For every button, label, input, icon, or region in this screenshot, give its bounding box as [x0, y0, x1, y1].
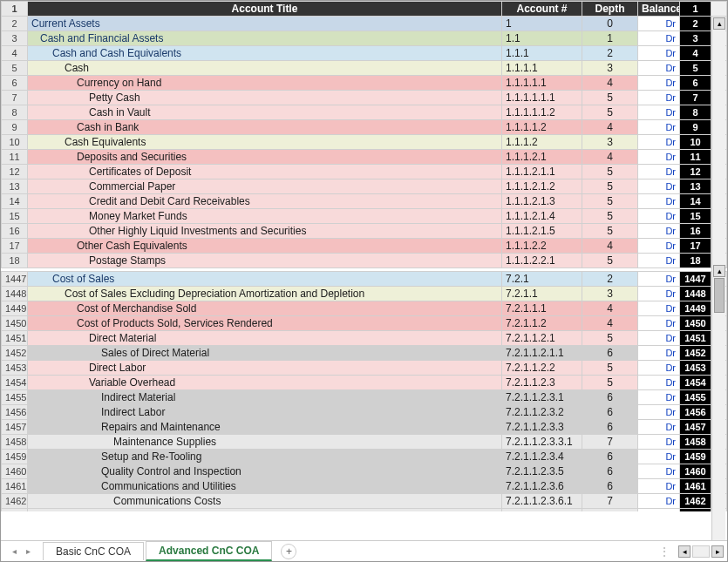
- cell-title[interactable]: Petty Cash: [28, 91, 502, 105]
- row-number[interactable]: 16: [2, 224, 28, 239]
- cell-balance[interactable]: Dr: [638, 46, 680, 61]
- cell-title[interactable]: Indirect Material: [28, 390, 502, 405]
- table-row[interactable]: 2Current Assets10Dr2: [2, 17, 727, 31]
- row-number[interactable]: 14: [2, 194, 28, 209]
- cell-depth[interactable]: 5: [582, 254, 638, 268]
- cell-title[interactable]: Money Market Funds: [28, 209, 502, 224]
- col-header-account[interactable]: Account #: [502, 2, 582, 17]
- cell-balance[interactable]: Dr: [638, 450, 680, 464]
- cell-balance[interactable]: Dr: [638, 105, 680, 120]
- col-header-title[interactable]: Account Title: [28, 2, 502, 17]
- cell-title[interactable]: Other Cash Equivalents: [28, 239, 502, 254]
- row-number[interactable]: 8: [2, 105, 28, 120]
- cell-depth[interactable]: 4: [582, 150, 638, 165]
- cell-account[interactable]: 7.2.1.1.2.3.3: [502, 420, 582, 435]
- cell-title[interactable]: Indirect Labor: [28, 405, 502, 420]
- cell-title[interactable]: Certificates of Deposit: [28, 165, 502, 179]
- row-number[interactable]: 1453: [2, 361, 28, 376]
- cell-account[interactable]: 1.1.1.1: [502, 61, 582, 76]
- add-sheet-button[interactable]: +: [281, 544, 296, 559]
- scroll-up-icon[interactable]: ▴: [713, 17, 725, 30]
- tab-basic[interactable]: Basic CnC COA: [43, 542, 144, 560]
- cell-title[interactable]: Maintenance Supplies: [28, 435, 502, 450]
- cell-depth[interactable]: 7: [582, 494, 638, 509]
- cell-balance[interactable]: Dr: [638, 272, 680, 287]
- cell-title[interactable]: Cost of Sales Excluding Depreciation Amo…: [28, 287, 502, 301]
- row-number[interactable]: 9: [2, 120, 28, 135]
- cell-depth[interactable]: 6: [582, 346, 638, 361]
- row-number[interactable]: 1448: [2, 287, 28, 301]
- cell-title[interactable]: Direct Material: [28, 331, 502, 346]
- cell-account[interactable]: 1.1: [502, 31, 582, 46]
- table-row[interactable]: 1447Cost of Sales7.2.12Dr1447: [2, 272, 727, 287]
- cell-balance[interactable]: Dr: [638, 331, 680, 346]
- table-row[interactable]: 4Cash and Cash Equivalents1.1.12Dr4: [2, 46, 727, 61]
- cell-depth[interactable]: 4: [582, 301, 638, 316]
- cell-balance[interactable]: Dr: [638, 287, 680, 301]
- row-number[interactable]: 7: [2, 91, 28, 105]
- cell-title[interactable]: Cash and Cash Equivalents: [28, 46, 502, 61]
- cell-depth[interactable]: 3: [582, 135, 638, 150]
- cell-depth[interactable]: 4: [582, 120, 638, 135]
- table-row[interactable]: 1451Direct Material7.2.1.1.2.15Dr1451: [2, 331, 727, 346]
- cell-depth[interactable]: 5: [582, 209, 638, 224]
- table-row[interactable]: 1457Repairs and Maintenance7.2.1.1.2.3.3…: [2, 420, 727, 435]
- cell-depth[interactable]: 5: [582, 361, 638, 376]
- cell-account[interactable]: 1.1.1.2: [502, 135, 582, 150]
- cell-account[interactable]: 1.1.1.1.1.2: [502, 105, 582, 120]
- cell-balance[interactable]: Dr: [638, 390, 680, 405]
- cell-title[interactable]: Postage Stamps: [28, 254, 502, 268]
- cell-title[interactable]: Other Highly Liquid Investments and Secu…: [28, 224, 502, 239]
- cell-account[interactable]: 7.2.1.1.2: [502, 316, 582, 331]
- row-number[interactable]: 1451: [2, 331, 28, 346]
- cell-title[interactable]: Variable Overhead: [28, 376, 502, 390]
- cell-depth[interactable]: 5: [582, 194, 638, 209]
- table-row[interactable]: 1461Communications and Utilities7.2.1.1.…: [2, 479, 727, 494]
- cell-balance[interactable]: Dr: [638, 209, 680, 224]
- table-row[interactable]: 1453Direct Labor7.2.1.1.2.25Dr1453: [2, 361, 727, 376]
- row-number[interactable]: 1459: [2, 450, 28, 464]
- table-row[interactable]: 18Postage Stamps1.1.1.2.2.15Dr18: [2, 254, 727, 268]
- row-number[interactable]: 15: [2, 209, 28, 224]
- table-row[interactable]: 6Currency on Hand1.1.1.1.14Dr6: [2, 76, 727, 91]
- row-number[interactable]: 1457: [2, 420, 28, 435]
- col-header-rowmirror[interactable]: 1: [680, 2, 711, 17]
- cell-balance[interactable]: Dr: [638, 224, 680, 239]
- cell-title[interactable]: Setup and Re-Tooling: [28, 450, 502, 464]
- row-number[interactable]: 6: [2, 76, 28, 91]
- table-row[interactable]: 1456Indirect Labor7.2.1.1.2.3.26Dr1456: [2, 405, 727, 420]
- row-number[interactable]: 1452: [2, 346, 28, 361]
- cell-balance[interactable]: Dr: [638, 91, 680, 105]
- vertical-scrollbar[interactable]: ▴ ▴: [711, 17, 725, 540]
- cell-balance[interactable]: Dr: [638, 165, 680, 179]
- tab-resize-handle[interactable]: ⋮: [659, 545, 671, 558]
- cell-balance[interactable]: Dr: [638, 31, 680, 46]
- cell-account[interactable]: 1.1.1.2.2: [502, 239, 582, 254]
- cell-depth[interactable]: 6: [582, 450, 638, 464]
- cell-title[interactable]: Credit and Debit Card Receivables: [28, 194, 502, 209]
- cell-balance[interactable]: Dr: [638, 346, 680, 361]
- cell-title[interactable]: Cost of Products Sold, Services Rendered: [28, 316, 502, 331]
- cell-balance[interactable]: Dr: [638, 316, 680, 331]
- cell-account[interactable]: 1.1.1.2.1: [502, 150, 582, 165]
- cell-title[interactable]: Repairs and Maintenance: [28, 420, 502, 435]
- table-row[interactable]: 15Money Market Funds1.1.1.2.1.45Dr15: [2, 209, 727, 224]
- table-row[interactable]: 9Cash in Bank1.1.1.1.24Dr9: [2, 120, 727, 135]
- cell-title[interactable]: Currency on Hand: [28, 76, 502, 91]
- cell-title[interactable]: Sales of Direct Material: [28, 346, 502, 361]
- table-row[interactable]: 1448Cost of Sales Excluding Depreciation…: [2, 287, 727, 301]
- cell-balance[interactable]: Dr: [638, 494, 680, 509]
- table-row[interactable]: 11Deposits and Securities1.1.1.2.14Dr11: [2, 150, 727, 165]
- row-number[interactable]: 18: [2, 254, 28, 268]
- cell-depth[interactable]: 3: [582, 61, 638, 76]
- cell-account[interactable]: 7.2.1.1.2.3.6.1: [502, 494, 582, 509]
- cell-account[interactable]: 1.1.1.2.1.1: [502, 165, 582, 179]
- cell-depth[interactable]: 4: [582, 316, 638, 331]
- cell-account[interactable]: 1.1.1.2.1.4: [502, 209, 582, 224]
- cell-balance[interactable]: Dr: [638, 254, 680, 268]
- hscroll-right-icon[interactable]: ▸: [711, 545, 724, 558]
- tab-nav-buttons[interactable]: ◂ ▸: [8, 546, 34, 556]
- cell-title[interactable]: Utilities: [28, 509, 502, 512]
- table-row[interactable]: 7Petty Cash1.1.1.1.1.15Dr7: [2, 91, 727, 105]
- col-header-balance[interactable]: Balance: [638, 2, 680, 17]
